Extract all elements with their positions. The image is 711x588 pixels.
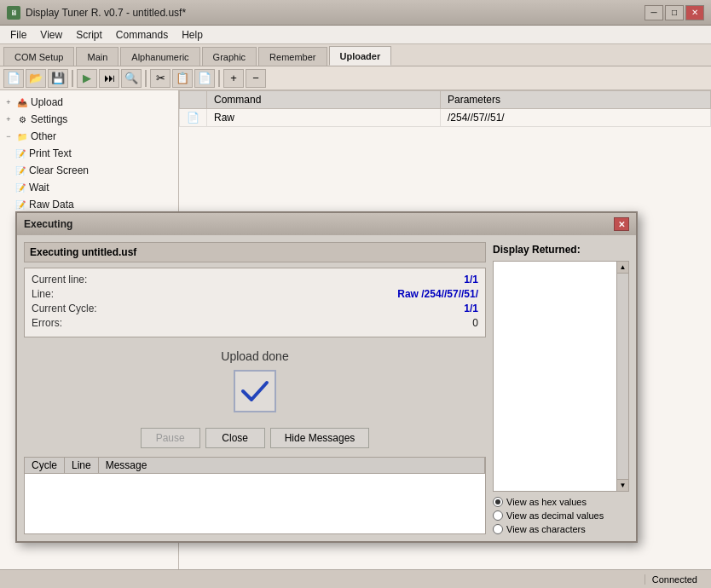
upload-done-area: Upload done [24,343,486,419]
dialog-close-button[interactable]: ✕ [614,217,629,231]
msg-col-message: Message [99,458,485,473]
tree-label-raw-data: Raw Data [29,199,74,210]
errors-value: 0 [472,317,478,329]
col-header-command: Command [207,91,441,109]
tab-remember[interactable]: Remember [258,47,327,66]
maximize-button[interactable]: □ [665,5,684,20]
add-button[interactable]: + [223,69,244,88]
col-header-icon [180,91,207,109]
errors-label: Errors: [32,317,62,329]
expand-upload[interactable]: + [3,97,14,107]
radio-hex-label: View as hex values [506,497,587,507]
separator-3 [218,70,220,87]
paste-button[interactable]: 📄 [194,69,215,88]
copy-button[interactable]: 📋 [172,69,193,88]
toolbar: 📄 📂 💾 ▶ ⏭ 🔍 ✂ 📋 📄 + − [0,66,711,90]
expand-settings[interactable]: + [3,114,14,124]
close-dialog-button[interactable]: Close [205,428,265,448]
line-value: Raw /254//57//51/ [397,288,478,300]
msg-col-cycle: Cycle [25,458,65,473]
scroll-up-button[interactable]: ▲ [617,262,628,274]
separator-1 [72,70,73,87]
messages-header: Cycle Line Message [25,458,485,474]
new-button[interactable]: 📄 [3,69,24,88]
menu-bar: File View Script Commands Help [0,26,711,44]
minimize-button[interactable]: ─ [645,5,663,20]
checkmark-icon [240,376,270,406]
clear-screen-icon: 📝 [14,164,27,177]
radio-characters-btn[interactable] [493,524,503,534]
settings-icon: ⚙ [15,112,29,126]
menu-file[interactable]: File [3,27,33,43]
radio-characters[interactable]: View as characters [493,524,629,534]
tree-label-settings: Settings [31,113,67,125]
status-connected: Connected [645,574,704,585]
app-icon: 🖥 [7,6,20,20]
tab-com-setup[interactable]: COM Setup [3,47,74,66]
other-icon: 📁 [15,130,29,143]
window-title: Display Tuner R. v0.7 - untitled.usf* [26,7,186,19]
messages-panel: Cycle Line Message [24,457,486,534]
table-row[interactable]: 📄 Raw /254//57//51/ [180,109,711,127]
tree-item-clear-screen[interactable]: 📝 Clear Screen [0,162,178,179]
close-button[interactable]: ✕ [685,5,704,20]
radio-decimal-btn[interactable] [493,510,503,521]
menu-script[interactable]: Script [69,27,109,43]
dialog-left: Executing untitled.usf Current line: 1/1… [24,242,486,534]
display-scrollbar[interactable]: ▲ ▼ [616,262,628,491]
radio-hex-btn[interactable] [493,497,503,507]
tree-label-upload: Upload [31,96,63,108]
executing-header: Executing untitled.usf [24,242,486,262]
title-bar: 🖥 Display Tuner R. v0.7 - untitled.usf* … [0,0,711,26]
run-button[interactable]: ▶ [77,69,97,88]
menu-commands[interactable]: Commands [109,27,175,43]
tree-item-other[interactable]: − 📁 Other [0,128,178,145]
step-button[interactable]: ⏭ [99,69,119,88]
current-line-value: 1/1 [464,274,478,285]
tree-label-other: Other [31,130,56,142]
tree-label-wait: Wait [29,182,49,193]
pause-button[interactable]: Pause [141,428,200,448]
tree-label-print-text: Print Text [29,147,72,159]
row-command: Raw [207,109,441,127]
tab-uploader[interactable]: Uploader [329,46,392,66]
raw-data-icon: 📝 [14,198,27,211]
row-parameters: /254//57//51/ [440,109,710,127]
tree-item-raw-data[interactable]: 📝 Raw Data [0,196,178,213]
find-button[interactable]: 🔍 [121,69,142,88]
save-button[interactable]: 💾 [48,69,68,88]
tab-alphanumeric[interactable]: Alphanumeric [120,47,199,66]
tree-item-wait[interactable]: 📝 Wait [0,179,178,196]
window-controls: ─ □ ✕ [645,5,704,20]
cut-button[interactable]: ✂ [150,69,171,88]
remove-button[interactable]: − [246,69,266,88]
dialog-body: Executing untitled.usf Current line: 1/1… [17,235,636,541]
messages-body [25,474,485,533]
tree-label-clear-screen: Clear Screen [29,164,89,176]
status-bar: Connected [0,569,711,588]
col-header-parameters: Parameters [440,91,710,109]
open-button[interactable]: 📂 [26,69,46,88]
menu-view[interactable]: View [33,27,69,43]
tab-bar: COM Setup Main Alphanumeric Graphic Reme… [0,44,711,66]
hide-messages-button[interactable]: Hide Messages [270,428,370,448]
dialog-title: Executing [24,218,72,230]
display-returned-label: Display Returned: [493,242,629,257]
tree-item-upload[interactable]: + 📤 Upload [0,94,178,111]
radio-hex[interactable]: View as hex values [493,497,629,507]
tab-graphic[interactable]: Graphic [202,47,257,66]
errors-row: Errors: 0 [32,317,478,329]
expand-other[interactable]: − [3,131,14,141]
radio-group: View as hex values View as decimal value… [493,497,629,534]
tree-item-print-text[interactable]: 📝 Print Text [0,145,178,162]
tree-item-settings[interactable]: + ⚙ Settings [0,111,178,128]
line-label: Line: [32,288,54,300]
current-cycle-row: Current Cycle: 1/1 [32,303,478,314]
title-bar-left: 🖥 Display Tuner R. v0.7 - untitled.usf* [7,6,186,20]
scroll-down-button[interactable]: ▼ [617,479,628,491]
display-area: ▲ ▼ [493,261,629,492]
msg-col-line: Line [65,458,99,473]
tab-main[interactable]: Main [76,47,118,66]
radio-decimal[interactable]: View as decimal values [493,510,629,521]
menu-help[interactable]: Help [175,27,210,43]
